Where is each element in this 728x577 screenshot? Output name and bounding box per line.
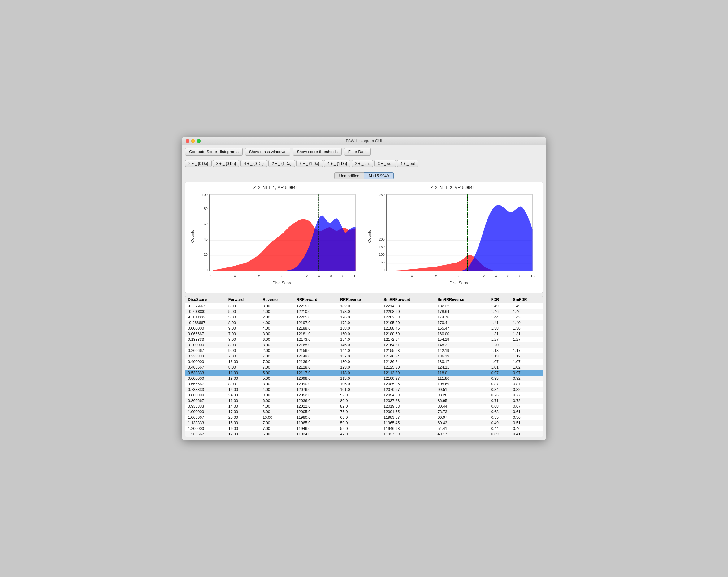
unmodified-tab[interactable]: Unmodified [334, 172, 364, 180]
window-title: PAW Histogram GUI [346, 139, 382, 143]
tab-3-0da[interactable]: 3 + _ {0 Da} [213, 160, 240, 167]
svg-text:2: 2 [483, 274, 485, 278]
header-smrrreverse: SmRRReverse [435, 296, 489, 303]
table-row[interactable]: 1.26666712.005.0011934.047.011927.6949.1… [185, 431, 543, 437]
svg-text:−4: −4 [409, 274, 413, 278]
header-smrrforward: SmRRForward [381, 296, 435, 303]
table-row[interactable]: -0.0666678.004.0012197.0172.012195.80170… [185, 320, 543, 326]
svg-text:100: 100 [202, 193, 208, 197]
tab-4-0da[interactable]: 4 + _ {0 Da} [240, 160, 267, 167]
table-body: -0.2666673.003.0012215.0182.012214.08182… [185, 303, 543, 437]
table-row[interactable]: 0.86666716.006.0012036.086.012037.2386.9… [185, 398, 543, 404]
minimize-button[interactable] [191, 139, 195, 143]
svg-text:250: 250 [379, 193, 385, 197]
table-row[interactable]: 0.93333314.004.0012022.082.012019.5380.4… [185, 404, 543, 409]
table-row[interactable]: 1.20000019.007.0011946.052.011946.9354.4… [185, 426, 543, 431]
svg-text:100: 100 [379, 253, 385, 256]
svg-text:4: 4 [318, 274, 320, 278]
tab-3-out[interactable]: 3 + _ out [374, 160, 396, 167]
maximize-button[interactable] [197, 139, 201, 143]
m15-tab[interactable]: M+15.9949 [364, 172, 393, 180]
header-reverse: Reverse [260, 296, 294, 303]
svg-text:50: 50 [381, 260, 384, 264]
charts-container: Z=2, NTT=1, M+15.9949 Counts 0 20 40 60 [185, 182, 543, 293]
table-row[interactable]: 1.13333315.007.0011965.059.011965.4560.4… [185, 420, 543, 426]
svg-text:0: 0 [383, 268, 385, 272]
toolbar: Compute Score Histograms Show mass windo… [182, 145, 546, 158]
data-table-container: DiscScore Forward Reverse RRForward RRRe… [185, 296, 543, 437]
chart-1: Z=2, NTT=1, M+15.9949 Counts 0 20 40 60 [188, 185, 362, 290]
header-smfdr: SmFDR [511, 296, 543, 303]
svg-text:−4: −4 [232, 274, 236, 278]
compute-button[interactable]: Compute Score Histograms [185, 148, 243, 156]
svg-text:Disc Score: Disc Score [272, 280, 292, 285]
svg-text:150: 150 [379, 245, 385, 249]
chart-1-title: Z=2, NTT=1, M+15.9949 [188, 185, 362, 190]
svg-text:−2: −2 [433, 274, 437, 278]
table-row[interactable]: 1.00000017.006.0012005.076.012001.5573.7… [185, 409, 543, 415]
svg-text:6: 6 [330, 274, 332, 278]
main-window: PAW Histogram GUI Compute Score Histogra… [182, 137, 546, 440]
table-row[interactable]: 0.0000009.004.0012188.0168.012188.46165.… [185, 326, 543, 331]
header-rrforward: RRForward [294, 296, 338, 303]
table-row[interactable]: -0.2000005.004.0012210.0178.012208.60178… [185, 309, 543, 314]
tab-4-out[interactable]: 4 + _ out [397, 160, 418, 167]
svg-text:0: 0 [459, 274, 460, 278]
content-area: Unmodified M+15.9949 Z=2, NTT=1, M+15.99… [182, 169, 546, 440]
svg-text:Disc Score: Disc Score [449, 280, 470, 285]
svg-text:0: 0 [206, 268, 208, 272]
table-row[interactable]: 0.1333338.006.0012173.0154.012172.64154.… [185, 337, 543, 342]
table-row[interactable]: 0.6666678.008.0012090.0105.012085.95105.… [185, 381, 543, 387]
svg-text:10: 10 [354, 274, 357, 278]
table-row[interactable]: 0.0666677.008.0012181.0160.012180.69160.… [185, 331, 543, 337]
table-header-row: DiscScore Forward Reverse RRForward RRRe… [185, 296, 543, 303]
svg-text:8: 8 [342, 274, 344, 278]
svg-text:20: 20 [204, 253, 207, 256]
svg-text:80: 80 [204, 207, 207, 211]
table-row[interactable]: 0.40000013.007.0012136.0130.012136.24130… [185, 359, 543, 364]
svg-text:40: 40 [204, 238, 207, 241]
tab-4-1da[interactable]: 4 + _ {1 Da} [324, 160, 351, 167]
tabs-row: 2 + _ {0 Da} 3 + _ {0 Da} 4 + _ {0 Da} 2… [182, 158, 546, 169]
tab-3-1da[interactable]: 3 + _ {1 Da} [296, 160, 323, 167]
close-button[interactable] [186, 139, 189, 143]
svg-text:2: 2 [306, 274, 308, 278]
table-row[interactable]: -0.2666673.003.0012215.0182.012214.08182… [185, 303, 543, 309]
table-row[interactable]: 0.73333314.004.0012076.0101.012070.5799.… [185, 387, 543, 392]
table-row[interactable]: 1.06666725.0010.0011980.066.011983.5766.… [185, 415, 543, 420]
score-thresholds-button[interactable]: Show score thresholds [293, 148, 342, 156]
svg-text:4: 4 [495, 274, 497, 278]
header-rrreverse: RRReverse [338, 296, 381, 303]
svg-text:60: 60 [204, 222, 207, 226]
header-forward: Forward [226, 296, 260, 303]
table-row[interactable]: 0.2000008.008.0012165.0146.012164.31148.… [185, 342, 543, 348]
traffic-lights [186, 139, 201, 143]
tab-2-1da[interactable]: 2 + _ {1 Da} [268, 160, 295, 167]
titlebar: PAW Histogram GUI [182, 137, 546, 145]
table-row[interactable]: 0.80000024.009.0012052.092.012054.2993.2… [185, 392, 543, 398]
header-fdr: FDR [489, 296, 511, 303]
svg-text:−2: −2 [256, 274, 260, 278]
filter-data-button[interactable]: Filter Data [344, 148, 371, 156]
mod-tabs: Unmodified M+15.9949 [185, 172, 543, 180]
data-table: DiscScore Forward Reverse RRForward RRRe… [185, 296, 543, 437]
chart-2-svg: Counts 0 50 100 150 200 250 [366, 191, 540, 290]
table-row[interactable]: 0.2666679.002.0012156.0144.012155.63142.… [185, 348, 543, 353]
svg-text:Counts: Counts [367, 230, 372, 243]
chart-2: Z=2, NTT=2, M+15.9949 Counts 0 50 100 15… [366, 185, 540, 290]
table-row[interactable]: -0.1333335.002.0012205.0176.012202.53174… [185, 314, 543, 320]
svg-text:200: 200 [379, 238, 385, 241]
svg-text:6: 6 [507, 274, 509, 278]
svg-text:0: 0 [281, 274, 283, 278]
svg-text:−6: −6 [207, 274, 211, 278]
tab-2-out[interactable]: 2 + _ out [352, 160, 373, 167]
table-row[interactable]: 0.3333337.007.0012149.0137.012146.34136.… [185, 353, 543, 359]
table-row[interactable]: 0.60000019.005.0012098.0113.012100.27111… [185, 376, 543, 381]
table-row[interactable]: 0.53333311.005.0012117.0118.012113.39118… [185, 370, 543, 376]
svg-text:−6: −6 [384, 274, 388, 278]
mass-windows-button[interactable]: Show mass windows [245, 148, 291, 156]
chart-1-svg: Counts 0 20 40 60 80 100 [188, 191, 362, 290]
table-row[interactable]: 0.4666678.007.0012128.0123.012125.30124.… [185, 364, 543, 370]
chart-2-title: Z=2, NTT=2, M+15.9949 [366, 185, 540, 190]
tab-2-0da[interactable]: 2 + _ {0 Da} [185, 160, 212, 167]
